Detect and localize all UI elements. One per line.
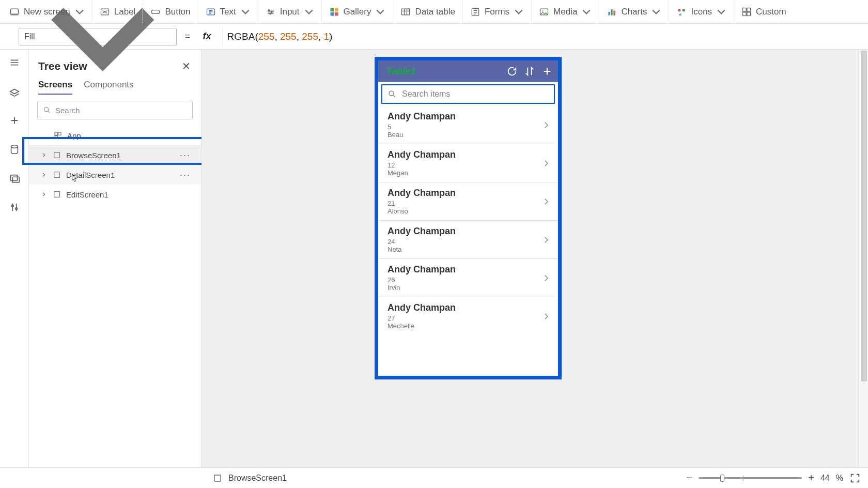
svg-rect-15 bbox=[609, 12, 610, 16]
sort-icon[interactable] bbox=[524, 66, 535, 77]
ribbon-toolbar: New screen Label Button Text Input Galle… bbox=[0, 0, 868, 24]
tab-screens[interactable]: Screens bbox=[38, 80, 72, 95]
list-item-subtitle: 21 bbox=[388, 200, 536, 207]
chevron-down-icon bbox=[716, 7, 726, 17]
list-item-subtitle: 26 bbox=[388, 276, 536, 284]
svg-rect-22 bbox=[747, 12, 751, 16]
charts-button[interactable]: Charts bbox=[599, 0, 669, 23]
forms-button[interactable]: Forms bbox=[463, 0, 532, 23]
formula-arg: 255 bbox=[258, 31, 275, 42]
svg-rect-19 bbox=[743, 8, 747, 11]
hamburger-icon[interactable] bbox=[9, 57, 20, 68]
svg-rect-11 bbox=[402, 9, 410, 15]
svg-rect-32 bbox=[54, 152, 60, 158]
scrollbar-thumb[interactable] bbox=[861, 51, 867, 382]
list-item[interactable]: Andy Champan 27 Mechelle bbox=[378, 297, 558, 335]
list-item[interactable]: Andy Champan 21 Alonso bbox=[378, 182, 558, 221]
svg-rect-7 bbox=[330, 8, 334, 11]
svg-rect-34 bbox=[54, 192, 60, 197]
svg-rect-9 bbox=[330, 12, 334, 16]
zoom-unit: % bbox=[836, 474, 843, 483]
left-icon-rail bbox=[0, 50, 29, 467]
expand-icon[interactable] bbox=[40, 191, 48, 198]
new-screen-button[interactable]: New screen bbox=[2, 0, 92, 23]
tree-node-app[interactable]: App bbox=[29, 126, 201, 145]
close-icon[interactable]: ✕ bbox=[180, 58, 193, 74]
ribbon-label: Data table bbox=[415, 7, 455, 17]
tab-components[interactable]: Components bbox=[84, 80, 133, 95]
media-rail-icon[interactable] bbox=[9, 173, 20, 184]
add-icon[interactable] bbox=[541, 66, 553, 77]
list-item-subtitle: 12 bbox=[388, 161, 536, 169]
formula-fn: RGBA bbox=[227, 31, 255, 42]
button-icon bbox=[150, 7, 161, 17]
tree-search-input[interactable]: Search bbox=[37, 101, 193, 119]
property-selector[interactable]: Fill bbox=[19, 28, 177, 45]
custom-button[interactable]: Custom bbox=[734, 0, 794, 23]
refresh-icon[interactable] bbox=[506, 66, 518, 77]
formula-arg: 255 bbox=[280, 31, 297, 42]
svg-rect-24 bbox=[10, 175, 17, 181]
chevron-down-icon bbox=[581, 7, 592, 17]
zoom-out-button[interactable]: − bbox=[687, 472, 693, 484]
svg-rect-0 bbox=[11, 9, 19, 14]
fullscreen-icon[interactable] bbox=[849, 472, 861, 484]
list-item[interactable]: Andy Champan 5 Beau bbox=[378, 106, 558, 144]
icons-icon bbox=[676, 7, 687, 17]
list-item[interactable]: Andy Champan 12 Megan bbox=[378, 144, 558, 182]
chevron-down-icon bbox=[74, 7, 85, 17]
tree-node-browsescreen[interactable]: BrowseScreen1 ··· bbox=[29, 145, 201, 165]
chevron-down-icon bbox=[304, 7, 314, 17]
tree-node-label: App bbox=[67, 131, 81, 140]
more-options-icon[interactable]: ··· bbox=[180, 150, 195, 161]
tree-view-icon[interactable] bbox=[9, 86, 20, 97]
svg-point-14 bbox=[542, 10, 544, 12]
zoom-value: 44 bbox=[820, 474, 830, 483]
svg-rect-20 bbox=[747, 8, 751, 11]
tree-node-editscreen[interactable]: EditScreen1 bbox=[29, 185, 201, 204]
zoom-slider[interactable] bbox=[699, 477, 802, 479]
search-icon bbox=[43, 106, 51, 114]
zoom-in-button[interactable]: + bbox=[808, 472, 814, 484]
tree-node-detailscreen[interactable]: DetailScreen1 ··· bbox=[29, 165, 201, 185]
fx-button[interactable]: fx bbox=[199, 31, 218, 42]
chevron-down-icon bbox=[651, 7, 661, 17]
ribbon-label: Text bbox=[220, 7, 236, 17]
forms-icon bbox=[470, 7, 481, 17]
app-preview: Table1 Search items Andy Champan 5 Beau bbox=[375, 57, 562, 379]
insert-icon[interactable] bbox=[9, 115, 20, 126]
expand-icon[interactable] bbox=[40, 171, 48, 178]
list-item-title: Andy Champan bbox=[388, 226, 536, 237]
svg-rect-33 bbox=[54, 172, 60, 178]
ribbon-label: Input bbox=[280, 7, 300, 17]
more-options-icon[interactable]: ··· bbox=[180, 170, 195, 180]
chevron-right-icon bbox=[541, 312, 551, 321]
app-search-input[interactable]: Search items bbox=[381, 84, 555, 104]
list-item[interactable]: Andy Champan 26 Irvin bbox=[378, 259, 558, 297]
zoom-slider-knob[interactable] bbox=[720, 475, 724, 482]
svg-rect-25 bbox=[12, 177, 19, 182]
formula-bar[interactable]: RGBA(255, 255, 255, 1) bbox=[223, 28, 863, 45]
svg-point-18 bbox=[678, 9, 681, 11]
screen-icon bbox=[53, 190, 61, 199]
list-item[interactable]: Andy Champan 24 Neta bbox=[378, 221, 558, 259]
app-title: Table1 bbox=[386, 66, 500, 77]
input-button[interactable]: Input bbox=[258, 0, 322, 23]
list-item-subtitle: 24 bbox=[388, 238, 536, 246]
text-icon bbox=[206, 7, 216, 17]
formula-row: Fill = fx RGBA(255, 255, 255, 1) bbox=[0, 24, 868, 50]
data-icon[interactable] bbox=[9, 144, 20, 155]
gallery-button[interactable]: Gallery bbox=[322, 0, 394, 23]
button-button[interactable]: Button bbox=[143, 0, 198, 23]
search-placeholder: Search bbox=[55, 106, 80, 115]
canvas-scrollbar[interactable] bbox=[859, 50, 868, 467]
data-table-button[interactable]: Data table bbox=[393, 0, 463, 23]
label-button[interactable]: Label bbox=[92, 0, 144, 23]
icons-button[interactable]: Icons bbox=[669, 0, 734, 23]
advanced-tools-icon[interactable] bbox=[9, 202, 20, 213]
design-canvas[interactable]: Table1 Search items Andy Champan 5 Beau bbox=[202, 50, 868, 467]
text-button[interactable]: Text bbox=[198, 0, 258, 23]
expand-icon[interactable] bbox=[40, 151, 48, 159]
custom-icon bbox=[741, 7, 752, 17]
media-button[interactable]: Media bbox=[532, 0, 599, 23]
